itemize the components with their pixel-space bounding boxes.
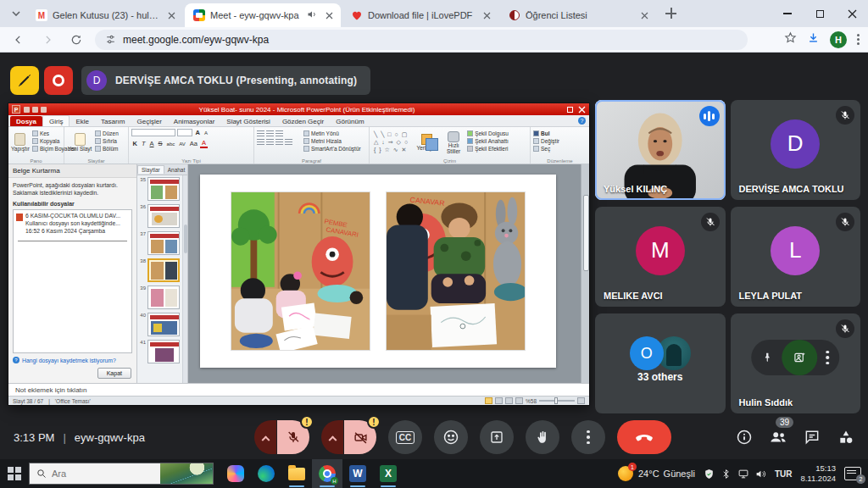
shrink-font-button[interactable]: A	[203, 130, 209, 136]
indent-icon[interactable]	[275, 130, 283, 137]
change-case-button[interactable]: Aa	[188, 140, 198, 147]
bold-button[interactable]: K	[131, 140, 138, 147]
bluetooth-icon[interactable]	[721, 469, 732, 480]
participant-tile-yuksel[interactable]: Yüksel KILINÇ	[595, 100, 726, 200]
tab-audio-icon[interactable]	[307, 9, 317, 21]
slide-thumbnail[interactable]: 37	[138, 231, 186, 255]
participant-tile-leyla[interactable]: L LEYLA PULAT	[731, 207, 861, 307]
mic-options-chevron[interactable]	[254, 420, 276, 454]
ppt-tab-giris[interactable]: Giriş	[42, 115, 70, 126]
profile-avatar[interactable]: H	[830, 31, 847, 48]
align-center-icon[interactable]	[266, 139, 274, 146]
ppt-tab-ekle[interactable]: Ekle	[70, 116, 95, 126]
slide-thumbnail[interactable]: 41	[138, 340, 186, 363]
shadow-button[interactable]: abc	[165, 141, 176, 147]
ppt-maximize-button[interactable]	[567, 107, 573, 113]
participant-tile-others[interactable]: O 33 others	[595, 313, 726, 413]
current-slide[interactable]: PEMBE CANAVARI	[200, 175, 556, 368]
taskbar-search[interactable]	[29, 463, 214, 485]
ppt-tab-gorunum[interactable]: Görünüm	[330, 116, 370, 126]
thumbnails-scrollbar[interactable]	[182, 175, 187, 383]
replace-button[interactable]: Değiştir	[533, 138, 559, 144]
search-input[interactable]	[52, 469, 145, 479]
ppt-tab-tasarim[interactable]: Tasarım	[95, 116, 131, 126]
slide-thumbnail[interactable]: 40	[138, 313, 186, 336]
slide-thumbnail[interactable]: 39	[138, 286, 186, 309]
shape-fill-button[interactable]: Şekil Dolgusu	[467, 130, 509, 136]
reload-button[interactable]	[66, 30, 86, 50]
url-text[interactable]: meet.google.com/eyw-gqwv-kpa	[123, 34, 269, 46]
notification-center-icon[interactable]: 2	[844, 467, 861, 480]
font-color-button[interactable]: A	[200, 140, 207, 148]
grow-font-button[interactable]: A	[194, 129, 201, 136]
taskbar-weather[interactable]: 1 24°CGüneşli	[618, 466, 695, 481]
reading-view-button[interactable]	[505, 397, 513, 404]
recovery-help-link[interactable]: ? Hangi dosyayı kaydetmek istiyorum?	[8, 353, 136, 365]
tab-search-button[interactable]	[5, 3, 27, 25]
security-shield-icon[interactable]	[704, 469, 715, 480]
slides-tab[interactable]: Slaytlar	[137, 165, 164, 174]
reactions-button[interactable]	[434, 420, 468, 454]
find-button[interactable]: Bul	[533, 130, 559, 136]
taskbar-clock[interactable]: 15:138.11.2024	[800, 463, 836, 484]
ppt-tab-gecisler[interactable]: Geçişler	[131, 116, 167, 126]
layout-button[interactable]: Düzen	[95, 130, 119, 136]
sorter-view-button[interactable]	[495, 397, 503, 404]
tab-ilovepdf[interactable]: Download file | iLovePDF	[342, 3, 498, 27]
close-tab-icon[interactable]	[637, 8, 651, 22]
shape-effects-button[interactable]: Şekil Efektleri	[467, 146, 509, 152]
taskbar-copilot-icon[interactable]	[220, 459, 251, 488]
maximize-button[interactable]	[804, 0, 836, 27]
bullets-icon[interactable]	[257, 130, 264, 137]
tab-ogrenci-listesi[interactable]: Öğrenci Listesi	[500, 3, 656, 27]
forward-button[interactable]	[37, 30, 58, 50]
recording-indicator-button[interactable]	[44, 66, 73, 95]
close-window-button[interactable]	[836, 0, 868, 27]
participant-tile-hulin[interactable]: Hulin Sıddık	[731, 313, 861, 413]
quick-access-toolbar[interactable]	[24, 107, 47, 113]
new-slide-button[interactable]: Yeni Slayt	[67, 129, 92, 157]
volume-icon[interactable]	[755, 469, 766, 480]
fit-to-window-button[interactable]	[577, 397, 585, 404]
quick-styles-button[interactable]: Hızlı Stiller	[442, 129, 465, 157]
taskbar-edge-icon[interactable]	[251, 459, 281, 488]
numbering-icon[interactable]	[266, 130, 274, 137]
smartart-button[interactable]: SmartArt'a Dönüştür	[303, 146, 361, 152]
italic-button[interactable]: T	[140, 140, 147, 147]
close-tab-icon[interactable]	[164, 8, 178, 22]
spacing-button[interactable]: AV	[178, 141, 187, 147]
strikethrough-button[interactable]: S	[157, 140, 164, 147]
keyboard-language[interactable]: TUR	[775, 469, 793, 479]
slide-thumbnail[interactable]: 36	[138, 204, 186, 228]
shape-outline-button[interactable]: Şekil Anahattı	[467, 138, 509, 144]
start-button[interactable]	[0, 459, 29, 488]
taskbar-excel-icon[interactable]: X	[373, 459, 403, 488]
address-bar[interactable]: meet.google.com/eyw-gqwv-kpa	[95, 30, 748, 50]
participant-tile-melike[interactable]: M MELIKE AVCI	[595, 207, 726, 307]
text-direction-button[interactable]: Metin Yönü	[303, 130, 361, 136]
taskbar-explorer-icon[interactable]	[281, 459, 312, 488]
slideshow-view-button[interactable]	[515, 397, 523, 404]
download-icon[interactable]	[807, 31, 820, 47]
new-tab-button[interactable]	[661, 3, 682, 24]
site-info-icon[interactable]	[105, 34, 116, 45]
reset-button[interactable]: Sıfırla	[95, 138, 119, 144]
slide-thumbnail-selected[interactable]: 38	[138, 258, 186, 282]
normal-view-button[interactable]	[485, 397, 492, 404]
participant-tile-dervise[interactable]: D DERVİŞE AMCA TOKLU	[731, 100, 861, 200]
font-name-combobox[interactable]	[131, 129, 175, 136]
bookmark-star-icon[interactable]	[784, 31, 797, 47]
font-size-combobox[interactable]	[177, 129, 192, 136]
more-options-icon[interactable]	[826, 351, 830, 365]
people-button[interactable]: 39	[768, 427, 788, 447]
underline-button[interactable]: A	[148, 140, 155, 147]
pin-icon[interactable]	[762, 352, 774, 363]
minimize-button[interactable]	[771, 0, 804, 27]
browser-menu-icon[interactable]	[857, 34, 860, 45]
tab-meet[interactable]: Meet - eyw-gqwv-kpa	[185, 3, 341, 27]
annotation-button[interactable]	[10, 66, 39, 95]
activities-button[interactable]	[836, 427, 856, 447]
ppt-tab-gozden-gecir[interactable]: Gözden Geçir	[276, 116, 330, 126]
effects-button[interactable]	[782, 340, 818, 375]
network-icon[interactable]	[737, 469, 749, 480]
